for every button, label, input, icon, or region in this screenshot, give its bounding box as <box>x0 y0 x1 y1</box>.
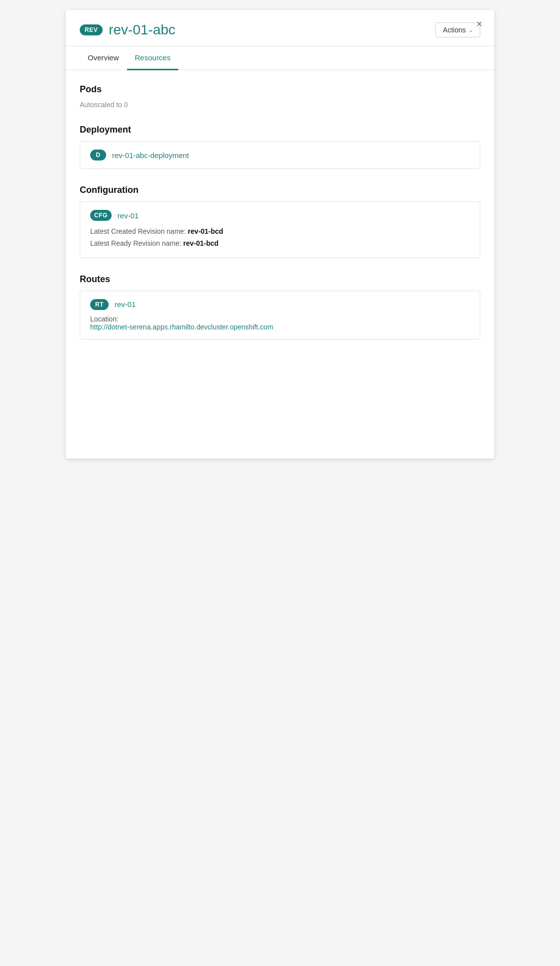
title-area: REV rev-01-abc <box>80 22 175 38</box>
routes-card: RT rev-01 Location: http://dotnet-serena… <box>80 291 480 339</box>
deployment-link[interactable]: rev-01-abc-deployment <box>112 151 189 160</box>
rev-badge: REV <box>80 24 103 35</box>
latest-ready-row: Latest Ready Revision name: rev-01-bcd <box>90 238 470 250</box>
tabs-container: Overview Resources <box>66 46 494 70</box>
routes-row: RT rev-01 <box>90 299 470 310</box>
latest-created-label: Latest Created Revision name: <box>90 227 186 235</box>
rt-badge: RT <box>90 299 109 310</box>
cfg-badge: CFG <box>90 210 112 221</box>
deployment-row: D rev-01-abc-deployment <box>90 150 470 161</box>
tab-resources[interactable]: Resources <box>127 46 179 70</box>
actions-button[interactable]: Actions ⌄ <box>435 22 480 37</box>
configuration-card: CFG rev-01 Latest Created Revision name:… <box>80 201 480 258</box>
pods-subtitle: Autoscaled to 0 <box>80 101 480 109</box>
configuration-title: Configuration <box>80 185 480 195</box>
routes-title: Routes <box>80 274 480 285</box>
location-label: Location: <box>90 315 470 323</box>
configuration-section: Configuration CFG rev-01 Latest Created … <box>80 185 480 258</box>
deployment-card: D rev-01-abc-deployment <box>80 141 480 169</box>
content-area: Pods Autoscaled to 0 Deployment D rev-01… <box>66 70 494 369</box>
deployment-badge: D <box>90 150 106 161</box>
deployment-title: Deployment <box>80 125 480 135</box>
configuration-link[interactable]: rev-01 <box>118 211 139 220</box>
tab-overview[interactable]: Overview <box>80 46 127 70</box>
latest-ready-label: Latest Ready Revision name: <box>90 239 181 247</box>
detail-panel: × REV rev-01-abc Actions ⌄ Overview Reso… <box>66 10 494 459</box>
latest-created-row: Latest Created Revision name: rev-01-bcd <box>90 226 470 238</box>
pods-title: Pods <box>80 84 480 95</box>
actions-label: Actions <box>443 26 466 34</box>
configuration-meta: Latest Created Revision name: rev-01-bcd… <box>90 226 470 250</box>
route-url-link[interactable]: http://dotnet-serena.apps.rhamilto.devcl… <box>90 323 470 331</box>
chevron-down-icon: ⌄ <box>469 27 473 33</box>
deployment-section: Deployment D rev-01-abc-deployment <box>80 125 480 169</box>
latest-ready-value: rev-01-bcd <box>183 239 219 247</box>
panel-title: rev-01-abc <box>109 22 175 38</box>
panel-header: REV rev-01-abc Actions ⌄ <box>66 10 494 46</box>
routes-link[interactable]: rev-01 <box>115 300 136 309</box>
routes-section: Routes RT rev-01 Location: http://dotnet… <box>80 274 480 339</box>
configuration-row: CFG rev-01 <box>90 210 470 221</box>
close-button[interactable]: × <box>476 19 482 29</box>
pods-section: Pods Autoscaled to 0 <box>80 84 480 109</box>
latest-created-value: rev-01-bcd <box>188 227 223 235</box>
